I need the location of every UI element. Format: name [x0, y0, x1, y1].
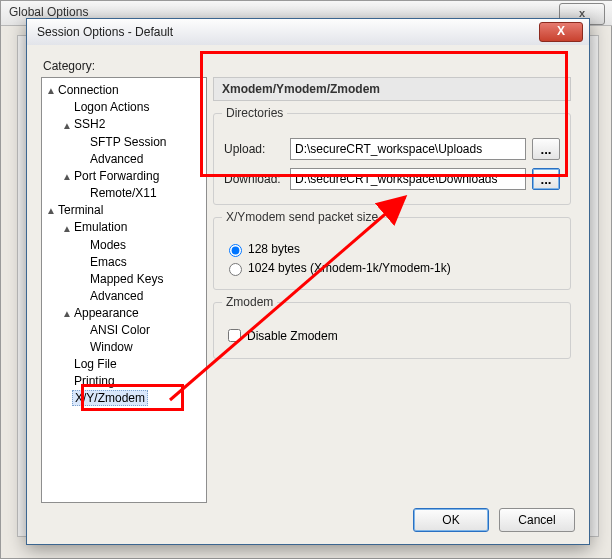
- tree-item-label: Advanced: [88, 289, 145, 303]
- tree-item-label: Appearance: [72, 306, 141, 320]
- tree-item-label: Emacs: [88, 255, 129, 269]
- disable-zmodem-label[interactable]: Disable Zmodem: [247, 329, 338, 343]
- tree-item-label: X/Y/Zmodem: [72, 390, 148, 406]
- tree-item-label: Logon Actions: [72, 100, 151, 114]
- tree-item-printing[interactable]: Printing: [42, 373, 206, 390]
- tree-item-appearance[interactable]: ▲Appearance: [42, 305, 206, 322]
- tree-item-label: SSH2: [72, 117, 107, 131]
- directories-group-label: Directories: [222, 106, 287, 120]
- radio-1024-label[interactable]: 1024 bytes (Xmodem-1k/Ymodem-1k): [248, 261, 451, 275]
- category-tree[interactable]: ▲ConnectionLogon Actions▲SSH2SFTP Sessio…: [41, 77, 207, 503]
- upload-path-input[interactable]: [290, 138, 526, 160]
- expand-arrow-icon: ▲: [46, 82, 56, 99]
- dialog-title-text: Session Options - Default: [37, 25, 173, 39]
- download-label: Download:: [224, 172, 290, 186]
- ok-button[interactable]: OK: [413, 508, 489, 532]
- tree-item-modes[interactable]: Modes: [42, 237, 206, 254]
- radio-128-bytes[interactable]: [229, 244, 242, 257]
- tree-item-terminal[interactable]: ▲Terminal: [42, 202, 206, 219]
- dialog-button-bar: OK Cancel: [413, 508, 575, 532]
- category-label: Category:: [43, 59, 95, 73]
- right-panel: Xmodem/Ymodem/Zmodem Directories Upload:…: [213, 77, 571, 497]
- tree-item-label: Advanced: [88, 152, 145, 166]
- tree-item-label: Remote/X11: [88, 186, 159, 200]
- tree-item-advanced[interactable]: Advanced: [42, 151, 206, 168]
- tree-item-window[interactable]: Window: [42, 339, 206, 356]
- tree-item-x-y-zmodem[interactable]: X/Y/Zmodem: [42, 390, 206, 407]
- cancel-button[interactable]: Cancel: [499, 508, 575, 532]
- tree-item-label: Window: [88, 340, 135, 354]
- radio-1024-bytes[interactable]: [229, 263, 242, 276]
- tree-item-ssh2[interactable]: ▲SSH2: [42, 116, 206, 133]
- upload-label: Upload:: [224, 142, 290, 156]
- packet-size-group: X/Ymodem send packet size 128 bytes 1024…: [213, 217, 571, 290]
- tree-item-label: Modes: [88, 238, 128, 252]
- tree-item-label: SFTP Session: [88, 135, 168, 149]
- dialog-close-button[interactable]: X: [539, 22, 583, 42]
- browse-upload-button[interactable]: ...: [532, 138, 560, 160]
- session-options-dialog: Session Options - Default X Category: ▲C…: [26, 18, 590, 545]
- expand-arrow-icon: ▲: [62, 305, 72, 322]
- browse-download-button[interactable]: ...: [532, 168, 560, 190]
- tree-item-label: Log File: [72, 357, 119, 371]
- zmodem-group: Zmodem Disable Zmodem: [213, 302, 571, 359]
- download-path-input[interactable]: [290, 168, 526, 190]
- tree-item-emulation[interactable]: ▲Emulation: [42, 219, 206, 236]
- tree-item-label: Connection: [56, 83, 121, 97]
- tree-item-logon-actions[interactable]: Logon Actions: [42, 99, 206, 116]
- global-options-title-text: Global Options: [9, 5, 88, 19]
- tree-item-connection[interactable]: ▲Connection: [42, 82, 206, 99]
- tree-item-label: Mapped Keys: [88, 272, 165, 286]
- tree-item-label: Port Forwarding: [72, 169, 161, 183]
- expand-arrow-icon: ▲: [62, 220, 72, 237]
- tree-item-emacs[interactable]: Emacs: [42, 254, 206, 271]
- tree-item-remote-x11[interactable]: Remote/X11: [42, 185, 206, 202]
- dialog-body: Category: ▲ConnectionLogon Actions▲SSH2S…: [27, 45, 589, 544]
- zmodem-group-label: Zmodem: [222, 295, 277, 309]
- packet-size-group-label: X/Ymodem send packet size: [222, 210, 382, 224]
- tree-item-advanced[interactable]: Advanced: [42, 288, 206, 305]
- dialog-title-bar[interactable]: Session Options - Default X: [27, 19, 589, 46]
- disable-zmodem-checkbox[interactable]: [228, 329, 241, 342]
- expand-arrow-icon: ▲: [62, 117, 72, 134]
- tree-item-label: Terminal: [56, 203, 105, 217]
- radio-128-label[interactable]: 128 bytes: [248, 242, 300, 256]
- directories-group: Directories Upload: ... Download: ...: [213, 113, 571, 205]
- expand-arrow-icon: ▲: [46, 202, 56, 219]
- tree-item-mapped-keys[interactable]: Mapped Keys: [42, 271, 206, 288]
- tree-item-label: Printing: [72, 374, 117, 388]
- section-heading: Xmodem/Ymodem/Zmodem: [213, 77, 571, 101]
- tree-item-ansi-color[interactable]: ANSI Color: [42, 322, 206, 339]
- tree-item-log-file[interactable]: Log File: [42, 356, 206, 373]
- expand-arrow-icon: ▲: [62, 168, 72, 185]
- tree-item-label: ANSI Color: [88, 323, 152, 337]
- tree-item-port-forwarding[interactable]: ▲Port Forwarding: [42, 168, 206, 185]
- tree-item-sftp-session[interactable]: SFTP Session: [42, 134, 206, 151]
- tree-item-label: Emulation: [72, 220, 129, 234]
- close-icon: X: [557, 24, 565, 38]
